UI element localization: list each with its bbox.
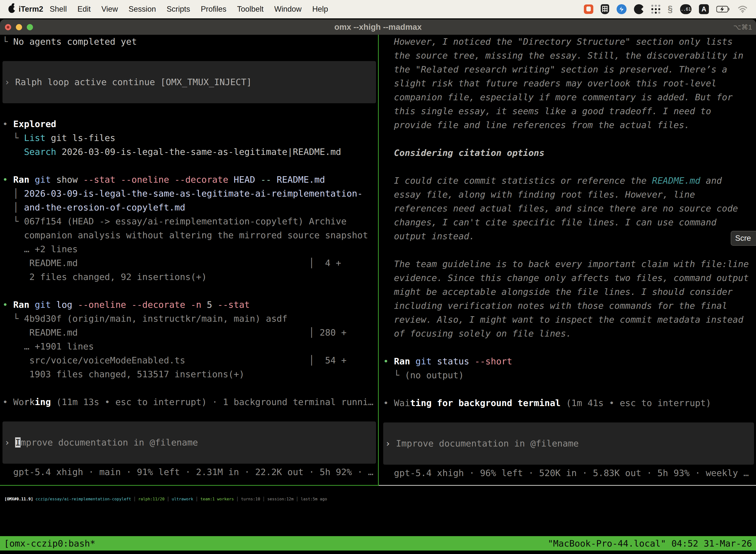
git-show-arg: │ 2026-03-09-is-legal-the-same-as-legiti…: [2, 187, 378, 201]
text-segment: └: [2, 216, 24, 226]
text-segment: … +2 lines: [2, 244, 78, 254]
battery-icon[interactable]: [716, 5, 730, 13]
menu-app-name[interactable]: iTerm2: [19, 5, 43, 14]
right-agent-pane[interactable]: However, I noticed the "Directory Struct…: [379, 35, 756, 485]
text-segment: 4b9d30f (origin/main, instructkr/main, m…: [24, 314, 288, 324]
menu-item-session[interactable]: Session: [128, 5, 156, 14]
text-segment: companion file, especially if more comme…: [383, 92, 733, 102]
thinking-heading: Considering citation options: [383, 146, 756, 160]
text-segment: HEAD: [228, 174, 255, 185]
left-agent-pane[interactable]: └ No agents completed yet› Ralph loop ac…: [0, 35, 378, 485]
text-segment: team:1 workers: [200, 497, 234, 501]
window-shortcut-hint: ⌥⌘1: [733, 23, 752, 31]
text-segment: │: [2, 188, 24, 199]
thinking-text: changes, I can't cite specific file line…: [383, 215, 756, 229]
right-pane-border: [379, 485, 756, 486]
command-input-box[interactable]: › Improve documentation in @filename: [383, 423, 754, 465]
tmux-host-clock: "MacBook-Pro-44.local" 04:52 31-Mar-26: [548, 538, 752, 549]
working-status: • Working (11m 13s • esc to interrupt) ·…: [2, 395, 378, 409]
text-segment: Ralph loop active continue [OMX_TMUX_INJ…: [15, 77, 252, 87]
text-segment: (11m 13s • esc to interrupt) · 1 backgro…: [51, 397, 373, 407]
thinking-text: this single essay, it seems like a good …: [383, 104, 756, 118]
gauge-icon[interactable]: ..61: [680, 4, 692, 14]
wifi-icon[interactable]: [738, 5, 748, 13]
text-segment: git: [410, 356, 432, 366]
record-app-icon[interactable]: [634, 4, 644, 14]
text-segment: Ran: [13, 299, 29, 310]
blank-line: [2, 284, 378, 298]
text-segment: and: [700, 175, 722, 186]
shield-icon[interactable]: [601, 4, 609, 14]
text-segment: of focusing solely on file lines.: [383, 328, 571, 339]
text-segment: I: [15, 437, 20, 447]
ran-git-show: • Ran git show --stat --oneline --decora…: [2, 173, 378, 187]
text-segment: No agents completed yet: [13, 37, 137, 47]
thinking-text: essay file, along with finding root file…: [383, 188, 756, 202]
tmux-pane-divider[interactable]: [378, 35, 379, 486]
screenshot-notification[interactable]: Scre: [731, 231, 756, 246]
text-segment: ralph:11/20: [138, 497, 165, 501]
text-segment: •: [2, 174, 13, 185]
text-segment: evidence. Since this change only affects…: [383, 273, 749, 283]
text-segment: 5: [201, 299, 212, 310]
text-segment: 2026-03-09-is-legal-the-same-as-legitima…: [56, 147, 341, 157]
menu-item-profiles[interactable]: Profiles: [201, 5, 226, 14]
blank-line: [2, 159, 378, 173]
text-segment: The team guideline is to back every impo…: [383, 259, 749, 269]
menu-item-edit[interactable]: Edit: [77, 5, 90, 14]
text-segment: README.md: [652, 175, 700, 186]
prompt-text: › Improve documentation in @filename: [4, 436, 198, 449]
text-segment: Ran: [394, 356, 410, 366]
menu-item-window[interactable]: Window: [274, 5, 302, 14]
command-input-box[interactable]: › Improve documentation in @filename: [2, 422, 376, 464]
text-segment: │: [294, 497, 301, 501]
text-segment: I could cite commit statistics or refere…: [383, 175, 652, 186]
blank-line: [383, 160, 756, 174]
text-segment: gpt-5.4 xhigh · main · 91% left · 2.31M …: [2, 467, 374, 477]
text-segment: However, I noticed the "Directory Struct…: [383, 37, 733, 47]
text-segment: [33, 497, 36, 501]
menu-item-view[interactable]: View: [102, 5, 118, 14]
text-segment: (1m 41s • esc to interrupt): [561, 398, 711, 408]
menu-bar: iTerm2 ShellEditViewSessionScriptsProfil…: [0, 0, 756, 18]
text-segment: the source tree, missing the essay. Stil…: [383, 50, 743, 61]
text-segment: --short: [469, 356, 512, 366]
explored-search: Search 2026-03-09-is-legal-the-same-as-l…: [2, 145, 378, 159]
left-pane-border: [0, 485, 378, 486]
dots-grid-icon[interactable]: [651, 5, 660, 14]
text-segment: README.md: [271, 174, 325, 185]
text-segment: turns:10: [241, 497, 260, 501]
window-title-bar[interactable]: omx --xhigh --madmax ⌥⌘1: [0, 19, 756, 35]
text-segment: ultrawork: [172, 497, 193, 501]
thinking-text: The team guideline is to back every impo…: [383, 257, 756, 271]
explored-header: • Explored: [2, 117, 378, 131]
thinking-text: companion file, especially if more comme…: [383, 90, 756, 104]
thinking-text: references need actual files, and since …: [383, 202, 756, 215]
chat-app-icon[interactable]: [584, 4, 593, 14]
text-segment: show: [51, 174, 78, 185]
text-segment: cczip/essay/ai-reimplementation-copyleft: [36, 497, 131, 501]
menu-item-shell[interactable]: Shell: [50, 5, 67, 14]
text-segment: provide file and line references from th…: [383, 120, 690, 130]
menu-item-scripts[interactable]: Scripts: [167, 5, 190, 14]
text-segment: might be acceptable alongside the file l…: [383, 287, 733, 297]
menu-item-toolbelt[interactable]: Toolbelt: [237, 5, 264, 14]
git-status-output: └ (no output): [383, 368, 756, 382]
text-segment: 067f154 (HEAD -> essay/ai-reimplementati…: [24, 216, 346, 226]
menu-item-help[interactable]: Help: [312, 5, 328, 14]
history-prompt-box[interactable]: › Ralph loop active continue [OMX_TMUX_I…: [2, 61, 376, 103]
menu-items: ShellEditViewSessionScriptsProfilesToolb…: [50, 5, 328, 14]
git-log-output: README.md │ 280 +: [2, 326, 378, 340]
squiggle-icon[interactable]: §: [668, 4, 673, 14]
text-segment: List: [24, 133, 46, 143]
blank-line: [383, 340, 756, 354]
text-segment: --: [255, 174, 271, 185]
text-segment: Explored: [13, 119, 56, 129]
text-segment: Wai: [394, 398, 410, 408]
input-source-icon[interactable]: A: [699, 4, 709, 14]
explored-list: └ List git ls-files: [2, 131, 378, 145]
text-segment: session:12m: [267, 497, 294, 501]
prompt-text: › Ralph loop active continue [OMX_TMUX_I…: [4, 75, 252, 89]
apple-menu-icon[interactable]: [8, 5, 15, 13]
verified-badge-icon[interactable]: [617, 4, 627, 14]
